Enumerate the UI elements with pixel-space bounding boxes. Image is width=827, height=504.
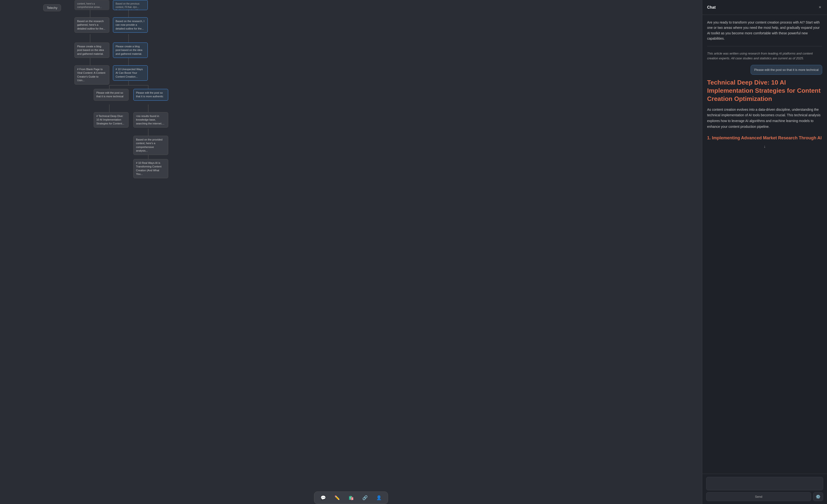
chat-input-area: Send ⚙️ [702, 474, 827, 504]
chat-input[interactable] [706, 477, 823, 490]
share-icon[interactable]: 🔗 [361, 494, 369, 502]
flow-canvas[interactable]: content, here's acomprehensive answ... B… [0, 0, 702, 490]
section-heading-1: 1. Implementing Advanced Market Research… [707, 136, 822, 141]
flow-node-3a[interactable]: # From Blank Page to Viral Content: A Co… [75, 65, 109, 85]
chat-body: Are you ready to transform your content … [702, 15, 827, 474]
flow-node-5b[interactable]: <no results found in knowledge base, sea… [133, 112, 168, 128]
settings-button[interactable]: ⚙️ [813, 492, 823, 501]
edit-icon[interactable]: ✏️ [333, 494, 341, 502]
user-icon[interactable]: 👤 [375, 494, 383, 502]
bottom-toolbar: 💬 ✏️ 🛍️ 🔗 👤 [314, 492, 388, 504]
app-name-label: Telechy [47, 6, 57, 10]
chat-panel: Chat × Are you ready to transform your c… [702, 0, 827, 504]
app-logo: Telechy [43, 4, 61, 11]
scroll-indicator: ↓ [707, 144, 822, 149]
chat-intro-text: Are you ready to transform your content … [707, 20, 822, 41]
bag-icon[interactable]: 🛍️ [347, 494, 355, 502]
flow-node-5a[interactable]: # Technical Deep Dive: 10 AI Implementat… [94, 112, 129, 128]
flow-node-2a[interactable]: Please create a blog post based on the i… [75, 43, 109, 58]
close-button[interactable]: × [818, 4, 822, 11]
chat-header: Chat × [702, 0, 827, 15]
chat-icon[interactable]: 💬 [319, 494, 327, 502]
flow-node-top-a[interactable]: content, here's acomprehensive answ... [75, 0, 109, 10]
user-message: Please edit the post so that it is more … [750, 65, 822, 75]
flow-node-2b[interactable]: Please create a blog post based on the i… [113, 43, 148, 58]
flow-node-4b[interactable]: Please edit the post so that it is more … [133, 89, 168, 101]
article-body: As content creation evolves into a data-… [707, 107, 822, 130]
send-button[interactable]: Send [706, 492, 811, 501]
flow-node-3b[interactable]: # 10 Unexpected Ways AI Can Boost Your C… [113, 65, 148, 81]
flow-diagram-panel: Telechy [0, 0, 702, 504]
article-title: Technical Deep Dive: 10 AI Implementatio… [707, 79, 822, 103]
flow-node-7b[interactable]: # 10 Real Ways AI is Transforming Conten… [133, 159, 168, 178]
flow-node-top-b[interactable]: Based on the previouscontext, I'll that-… [113, 0, 148, 10]
chat-divider [707, 46, 822, 46]
flow-node-1a[interactable]: Based on the research gathered, here's a… [75, 17, 109, 33]
chat-title: Chat [707, 5, 716, 10]
flow-node-6b[interactable]: Based on the provided context, here's a … [133, 136, 168, 155]
chat-input-row: Send ⚙️ [706, 492, 823, 501]
flow-node-4a[interactable]: Please edit the post so that it is more … [94, 89, 129, 101]
chat-disclaimer: This article was written using research … [707, 51, 822, 61]
flow-node-1b[interactable]: Based on the research, I can now provide… [113, 17, 148, 33]
